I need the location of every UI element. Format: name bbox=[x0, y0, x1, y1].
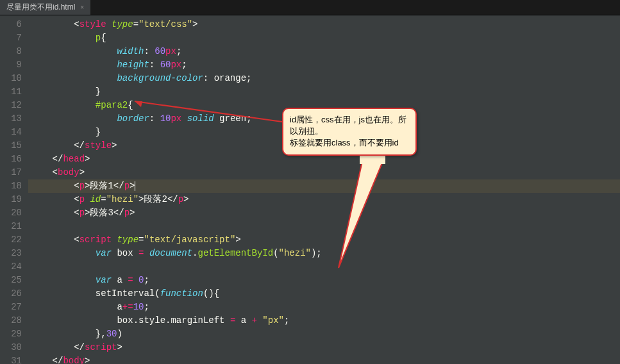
code-line: <p id="hezi">段落2</p> bbox=[28, 193, 620, 206]
line-number: 25 bbox=[0, 274, 22, 287]
tab-title: 尽量用类不用id.html bbox=[6, 2, 75, 13]
code-line: </script> bbox=[28, 341, 620, 354]
line-number: 6 bbox=[0, 18, 22, 31]
close-icon[interactable]: × bbox=[80, 4, 84, 11]
code-line: a+=10; bbox=[28, 301, 620, 314]
code-line-active: <p>段落1</p> bbox=[28, 179, 620, 193]
line-number: 20 bbox=[0, 206, 22, 220]
line-number: 16 bbox=[0, 153, 22, 166]
line-number: 8 bbox=[0, 45, 22, 58]
code-line: } bbox=[28, 85, 620, 99]
code-line: },30) bbox=[28, 327, 620, 341]
code-line: box.style.marginLeft = a + "px"; bbox=[28, 314, 620, 327]
line-number: 10 bbox=[0, 72, 22, 85]
line-number: 17 bbox=[0, 166, 22, 179]
line-number: 12 bbox=[0, 99, 22, 112]
line-gutter: 6 7 8 9 10 11 12 13 14 15 16 17 18 19 20… bbox=[0, 15, 28, 364]
line-number: 27 bbox=[0, 301, 22, 314]
line-number: 28 bbox=[0, 314, 22, 327]
code-area[interactable]: <style type="text/css"> p{ width: 60px; … bbox=[28, 15, 620, 364]
line-number: 26 bbox=[0, 287, 22, 301]
line-number: 15 bbox=[0, 139, 22, 153]
line-number: 19 bbox=[0, 193, 22, 206]
code-line: </body> bbox=[28, 354, 620, 364]
code-line: setInterval(function(){ bbox=[28, 287, 620, 301]
code-line bbox=[28, 260, 620, 274]
code-line: <script type="text/javascript"> bbox=[28, 233, 620, 247]
code-line: width: 60px; bbox=[28, 45, 620, 58]
line-number: 14 bbox=[0, 126, 22, 139]
code-editor[interactable]: 6 7 8 9 10 11 12 13 14 15 16 17 18 19 20… bbox=[0, 15, 620, 364]
code-line: <p>段落3</p> bbox=[28, 206, 620, 220]
line-number: 11 bbox=[0, 85, 22, 99]
line-number: 30 bbox=[0, 341, 22, 354]
line-number: 31 bbox=[0, 354, 22, 364]
tab-bar: 尽量用类不用id.html × bbox=[0, 0, 620, 15]
line-number: 23 bbox=[0, 247, 22, 260]
callout-text: id属性，css在用，js也在用。所以别扭。 bbox=[290, 114, 409, 137]
code-line: <style type="text/css"> bbox=[28, 18, 620, 31]
code-line: <body> bbox=[28, 166, 620, 179]
code-line: var a = 0; bbox=[28, 274, 620, 287]
line-number: 13 bbox=[0, 112, 22, 126]
code-line: var box = document.getElementById("hezi"… bbox=[28, 247, 620, 260]
code-line: background-color: orange; bbox=[28, 72, 620, 85]
line-number: 21 bbox=[0, 220, 22, 233]
line-number: 29 bbox=[0, 327, 22, 341]
line-number: 24 bbox=[0, 260, 22, 274]
annotation-callout: id属性，css在用，js也在用。所以别扭。 标签就要用class，而不要用id bbox=[282, 108, 417, 156]
callout-text: 标签就要用class，而不要用id bbox=[290, 137, 409, 149]
line-number: 22 bbox=[0, 233, 22, 247]
code-line bbox=[28, 220, 620, 233]
file-tab[interactable]: 尽量用类不用id.html × bbox=[0, 0, 91, 15]
line-number: 18 bbox=[0, 179, 22, 193]
code-line: p{ bbox=[28, 31, 620, 45]
text-cursor bbox=[135, 181, 135, 191]
line-number: 7 bbox=[0, 31, 22, 45]
line-number: 9 bbox=[0, 58, 22, 72]
code-line: height: 60px; bbox=[28, 58, 620, 72]
